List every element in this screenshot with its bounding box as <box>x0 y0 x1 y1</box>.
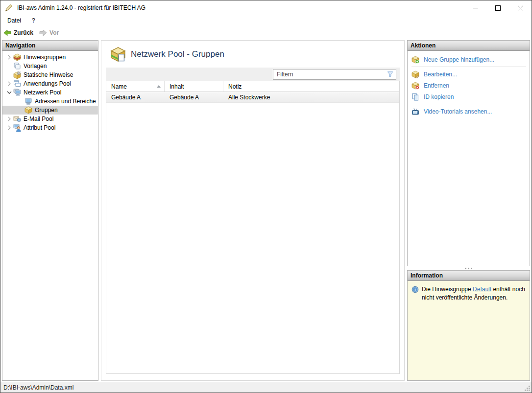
tree-item-attribut-pool[interactable]: Attribut Pool <box>2 123 98 132</box>
action-edit[interactable]: Bearbeiten... <box>408 69 530 80</box>
cell-name: Gebäude A <box>106 92 165 102</box>
video-tutorials-icon <box>411 108 419 116</box>
statische-hinweise-icon <box>13 71 21 79</box>
data-file-path: D:\IBI-aws\Admin\Data.xml <box>3 384 73 391</box>
minimize-button[interactable] <box>464 0 486 15</box>
action-label: Bearbeiten... <box>424 71 457 78</box>
filter-input[interactable] <box>273 69 396 80</box>
chevron-spacer <box>5 71 13 79</box>
menu-bar: Datei ? <box>0 15 532 26</box>
action-label: Video-Tutorials ansehen... <box>424 108 492 115</box>
adressen-icon <box>24 97 32 105</box>
separator <box>411 104 526 104</box>
filter-funnel-icon[interactable] <box>387 71 394 78</box>
table-row[interactable]: Gebäude A Gebäude A Alle Stockwerke <box>106 92 399 103</box>
forward-arrow-icon <box>39 29 47 37</box>
app-logo-icon <box>4 3 13 12</box>
tree-item-anwendungs-pool[interactable]: Anwendungs Pool <box>2 79 98 88</box>
netzwerk-pool-icon <box>13 89 21 96</box>
action-add-group[interactable]: Neue Gruppe hinzufügen... <box>408 54 530 65</box>
back-button-label: Zurück <box>14 29 33 36</box>
column-header-name[interactable]: Name <box>106 81 165 92</box>
info-icon <box>411 286 419 293</box>
action-remove[interactable]: Entfernen <box>408 80 530 91</box>
hinweisgruppen-icon <box>13 53 21 61</box>
information-message: Die Hinweisgruppe Default enthält noch n… <box>422 285 526 380</box>
app-window: IBI-aws Admin 1.24.0 - registriert für I… <box>0 0 532 393</box>
anwendungs-pool-icon <box>13 80 21 88</box>
status-bar: D:\IBI-aws\Admin\Data.xml <box>0 382 532 393</box>
toolbar: Zurück Vor <box>0 26 532 39</box>
column-header-inhalt[interactable]: Inhalt <box>165 81 223 92</box>
main-panel: Netzwerk Pool - Gruppen Name Inhalt <box>101 40 405 381</box>
tree-item-label: Statische Hinweise <box>24 71 73 78</box>
maximize-button[interactable] <box>486 0 509 15</box>
separator <box>411 67 526 67</box>
actions-header: Aktionen <box>408 41 530 51</box>
vorlagen-icon <box>13 62 21 70</box>
navigation-header: Navigation <box>2 41 98 51</box>
resize-grip[interactable] <box>524 385 531 392</box>
tree-item-netzwerk-pool[interactable]: Netzwerk Pool <box>2 88 98 97</box>
copy-id-icon <box>411 93 419 101</box>
tree-item-email-pool[interactable]: E-Mail Pool <box>2 115 98 123</box>
groups-table: Name Inhalt Notiz Gebäude A Gebäude A Al… <box>106 81 400 374</box>
information-panel: Information Die Hinweisgruppe Default en… <box>407 270 530 381</box>
tree-item-label: Attribut Pool <box>24 124 55 131</box>
close-button[interactable] <box>509 0 532 15</box>
tree-item-label: Gruppen <box>35 107 58 114</box>
add-group-icon <box>411 56 419 64</box>
remove-group-icon <box>411 82 419 90</box>
tree-item-adressen-und-bereiche[interactable]: Adressen und Bereiche <box>2 97 98 106</box>
tree-item-label: Adressen und Bereiche <box>35 98 96 105</box>
tree-item-label: E-Mail Pool <box>24 116 53 122</box>
chevron-right-icon[interactable] <box>5 115 13 123</box>
chevron-right-icon[interactable] <box>5 124 13 132</box>
right-region: Aktionen Neue Gruppe hinzufügen... <box>407 40 530 381</box>
menu-item-help[interactable]: ? <box>28 16 39 25</box>
tree-item-label: Vorlagen <box>24 63 47 69</box>
navigation-tree: Hinweisgruppen Vorlagen Statische Hinwei… <box>2 51 98 132</box>
chevron-right-icon[interactable] <box>5 53 13 61</box>
chevron-down-icon[interactable] <box>5 89 13 96</box>
table-header-row: Name Inhalt Notiz <box>106 81 399 92</box>
tree-item-statische-hinweise[interactable]: Statische Hinweise <box>2 70 98 79</box>
tree-item-label: Netzwerk Pool <box>24 89 61 96</box>
tree-item-gruppen[interactable]: Gruppen <box>2 106 98 115</box>
action-video-tutorials[interactable]: Video-Tutorials ansehen... <box>408 106 530 117</box>
action-label: ID kopieren <box>424 93 454 100</box>
navigation-panel: Navigation Hinweisgruppen Vorlagen Stati… <box>2 40 98 381</box>
forward-button-label: Vor <box>49 29 59 36</box>
tree-item-label: Hinweisgruppen <box>24 54 66 61</box>
window-title: IBI-aws Admin 1.24.0 - registriert für I… <box>17 4 145 11</box>
title-bar: IBI-aws Admin 1.24.0 - registriert für I… <box>0 0 532 15</box>
page-title: Netzwerk Pool - Gruppen <box>131 49 224 59</box>
tree-item-vorlagen[interactable]: Vorlagen <box>2 62 98 70</box>
gruppen-icon <box>24 106 32 114</box>
chevron-spacer <box>5 62 13 70</box>
action-copy-id[interactable]: ID kopieren <box>408 91 530 102</box>
chevron-right-icon[interactable] <box>5 80 13 88</box>
panel-splitter[interactable] <box>407 266 530 270</box>
tree-item-label: Anwendungs Pool <box>24 80 71 87</box>
column-header-notiz[interactable]: Notiz <box>223 81 399 92</box>
actions-panel: Aktionen Neue Gruppe hinzufügen... <box>407 40 530 266</box>
tree-item-hinweisgruppen[interactable]: Hinweisgruppen <box>2 53 98 62</box>
information-header: Information <box>408 271 530 281</box>
forward-button[interactable]: Vor <box>36 27 62 38</box>
sort-ascending-icon <box>157 85 161 88</box>
cell-notiz: Alle Stockwerke <box>223 92 399 102</box>
cell-inhalt: Gebäude A <box>165 92 223 102</box>
attribut-pool-icon <box>13 124 21 132</box>
default-group-link[interactable]: Default <box>473 286 491 293</box>
edit-group-icon <box>411 70 419 78</box>
email-pool-icon <box>13 115 21 123</box>
back-button[interactable]: Zurück <box>0 27 36 38</box>
action-label: Neue Gruppe hinzufügen... <box>424 56 494 63</box>
back-arrow-icon <box>3 29 11 37</box>
menu-item-datei[interactable]: Datei <box>3 16 25 25</box>
filter-band <box>106 68 400 81</box>
action-label: Entfernen <box>424 82 449 89</box>
info-text-before: Die Hinweisgruppe <box>422 286 473 293</box>
netzwerk-gruppen-icon <box>110 46 126 62</box>
